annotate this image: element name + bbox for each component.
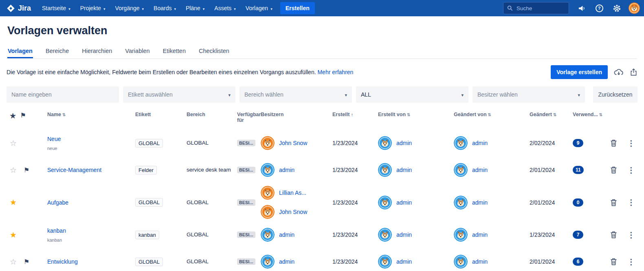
delete-button[interactable]: [609, 197, 619, 208]
created-by-link[interactable]: admin: [396, 199, 412, 206]
import-cloud-icon[interactable]: [614, 68, 624, 76]
owners-cell: admin: [261, 228, 332, 242]
label-filter-select[interactable]: Etikett auswählen: [123, 86, 235, 103]
available-for-badge: BESI...: [237, 258, 255, 265]
column-header-name[interactable]: Name: [39, 110, 135, 117]
scope-filter-select[interactable]: Bereich wählen: [240, 86, 352, 103]
star-column-icon[interactable]: [10, 114, 16, 119]
jira-logo[interactable]: Jira: [5, 4, 37, 13]
nav-item-startseite[interactable]: Startseite: [37, 0, 75, 16]
user-avatar: [378, 228, 392, 242]
search-input[interactable]: [516, 5, 560, 12]
user-avatar: [454, 255, 468, 269]
star-toggle[interactable]: [10, 231, 17, 239]
tab-hierarchien[interactable]: Hierarchien: [81, 44, 112, 58]
reset-filters-button[interactable]: Zurücksetzen: [593, 86, 637, 103]
column-header-erstellt-von[interactable]: Erstellt von: [378, 110, 454, 117]
available-for-badge: BESI...: [237, 231, 255, 238]
owner-link[interactable]: John Snow: [279, 140, 307, 146]
tab-etiketten[interactable]: Etiketten: [163, 44, 186, 58]
modified-by-link[interactable]: admin: [472, 167, 488, 173]
nav-item-assets[interactable]: Assets: [210, 0, 240, 16]
chevron-down-icon: [268, 5, 273, 11]
created-by-link[interactable]: admin: [396, 231, 412, 238]
brand-label: Jira: [18, 4, 31, 13]
global-search[interactable]: [503, 2, 569, 14]
modified-by-cell: admin: [454, 255, 530, 269]
learn-more-link[interactable]: Mehr erfahren: [317, 69, 353, 75]
export-icon[interactable]: [630, 68, 637, 76]
nav-item-vorgaenge[interactable]: Vorgänge: [111, 0, 148, 16]
label-lozenge: kanban: [135, 231, 159, 239]
column-header-verwendungen[interactable]: Verwend...: [573, 110, 609, 117]
nav-item-projekte[interactable]: Projekte: [76, 0, 110, 16]
tab-variablen[interactable]: Variablen: [125, 44, 150, 58]
user-avatar: [378, 136, 392, 150]
tab-checklisten[interactable]: Checklisten: [198, 44, 230, 58]
more-actions-button[interactable]: [626, 229, 637, 240]
template-name-link[interactable]: kanban: [47, 227, 66, 234]
delete-button[interactable]: [609, 165, 619, 175]
modified-by-link[interactable]: admin: [472, 140, 488, 146]
owners-cell: admin: [261, 255, 332, 269]
nav-item-boards[interactable]: Boards: [149, 0, 180, 16]
modified-by-link[interactable]: admin: [472, 258, 488, 265]
more-actions-button[interactable]: [626, 256, 637, 267]
more-actions-button[interactable]: [626, 138, 637, 149]
owner-link[interactable]: admin: [279, 231, 295, 238]
column-header-geaendert-von[interactable]: Geändert von: [454, 110, 530, 117]
owner-link[interactable]: Lillian As...: [279, 189, 306, 196]
star-toggle[interactable]: [10, 139, 17, 147]
created-by-link[interactable]: admin: [396, 167, 412, 173]
availability-filter-select[interactable]: ALL: [356, 86, 468, 103]
column-header-geaendert[interactable]: Geändert: [530, 110, 573, 117]
create-button[interactable]: Erstellen: [280, 2, 315, 14]
owner-link[interactable]: admin: [279, 167, 295, 173]
label-lozenge: Felder: [135, 166, 157, 174]
create-template-button[interactable]: Vorlage erstellen: [551, 65, 608, 79]
owner-link[interactable]: John Snow: [279, 209, 307, 215]
delete-button[interactable]: [609, 138, 619, 148]
name-filter-input[interactable]: [7, 86, 119, 103]
top-navbar: Jira Startseite Projekte Vorgänge Boards…: [0, 0, 644, 16]
tab-bereiche[interactable]: Bereiche: [45, 44, 69, 58]
column-header-bereich: Bereich: [187, 110, 237, 117]
star-toggle[interactable]: [10, 198, 17, 206]
chevron-down-icon: [140, 5, 144, 11]
nav-item-plaene[interactable]: Pläne: [181, 0, 209, 16]
help-icon[interactable]: [594, 3, 604, 13]
created-by-link[interactable]: admin: [396, 140, 412, 146]
table-row: Aufgabe GLOBAL GLOBAL BESI... Lillian As…: [7, 183, 637, 221]
template-name-link[interactable]: Aufgabe: [47, 199, 68, 206]
owner-link[interactable]: admin: [279, 258, 295, 265]
modified-date: 2/01/2024: [530, 199, 573, 206]
sort-ascending-icon: [349, 112, 353, 117]
created-by-link[interactable]: admin: [396, 258, 412, 265]
more-actions-button[interactable]: [626, 197, 637, 208]
tab-vorlagen[interactable]: Vorlagen: [7, 44, 33, 58]
table-row: Entwicklung GLOBAL GLOBAL BESI... admin …: [7, 248, 637, 271]
sort-icon: [487, 112, 491, 117]
profile-avatar-button[interactable]: [629, 3, 639, 13]
delete-button[interactable]: [609, 229, 619, 240]
modified-by-link[interactable]: admin: [472, 199, 488, 206]
column-header-erstellt[interactable]: Erstellt: [332, 110, 378, 117]
star-toggle[interactable]: [10, 166, 17, 174]
announcement-icon[interactable]: [577, 3, 587, 13]
tab-bar: Vorlagen Bereiche Hierarchien Variablen …: [7, 44, 637, 59]
scope-cell: GLOBAL: [187, 231, 237, 239]
scope-cell: GLOBAL: [187, 258, 237, 266]
owner-filter-select[interactable]: Besitzer wählen: [473, 86, 585, 103]
template-name-link[interactable]: Neue: [47, 136, 61, 142]
nav-item-vorlagen[interactable]: Vorlagen: [241, 0, 277, 16]
star-toggle[interactable]: [10, 258, 17, 266]
usage-count-badge: 6: [573, 258, 583, 266]
settings-gear-icon[interactable]: [612, 3, 622, 13]
delete-button[interactable]: [609, 256, 619, 267]
more-actions-button[interactable]: [626, 165, 637, 176]
template-name-link[interactable]: Entwicklung: [47, 258, 78, 265]
usage-count-badge: 9: [573, 139, 583, 147]
template-name-link[interactable]: Service-Management: [47, 167, 101, 173]
table-row: Service-Management Felder service desk t…: [7, 156, 637, 183]
modified-by-link[interactable]: admin: [472, 231, 488, 238]
